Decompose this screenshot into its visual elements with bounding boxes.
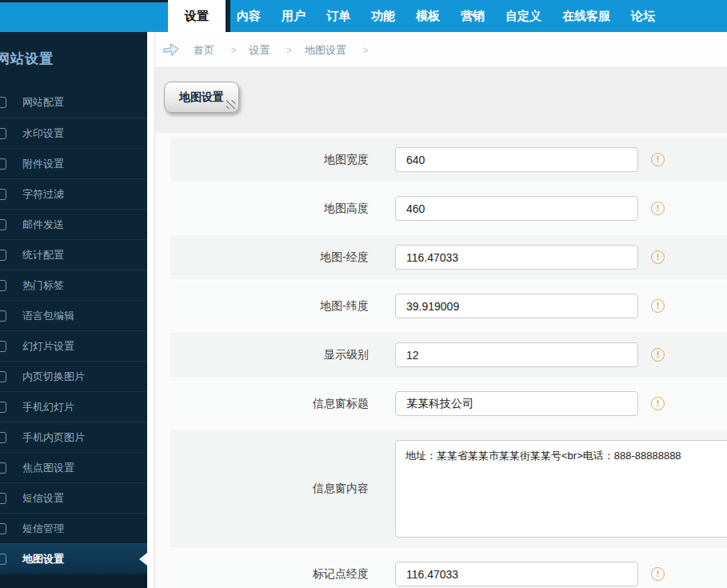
sidebar-item[interactable]: 焦点图设置	[0, 452, 147, 482]
warning-icon	[651, 153, 665, 166]
app-window: 设置 内容用户订单功能模板营销自定义在线客服论坛 网站设置 网站配置 水印设置 …	[0, 0, 727, 588]
nav-tab[interactable]: 功能	[371, 9, 395, 24]
field-input[interactable]	[395, 342, 638, 367]
warning-icon	[651, 250, 665, 264]
map-settings-tab-button[interactable]: 地图设置	[164, 82, 239, 113]
content-gutter	[147, 32, 155, 588]
field-input[interactable]	[395, 562, 638, 586]
sidebar-item-label: 字符过滤	[22, 188, 64, 200]
sidebar-item[interactable]: 手机幻灯片	[0, 391, 147, 422]
sidebar-item[interactable]: 网站配置	[0, 87, 147, 118]
sidebar-item-label: 网站配置	[22, 96, 64, 108]
breadcrumb-separator: >	[230, 45, 236, 56]
menu-icon	[0, 371, 6, 382]
sidebar-item[interactable]: 幻灯片设置	[0, 330, 147, 361]
nav-tab[interactable]: 内容	[237, 9, 261, 24]
menu-icon	[0, 554, 6, 565]
form-row: 信息窗内容	[170, 430, 727, 547]
sidebar-item-label: 手机幻灯片	[22, 401, 74, 413]
breadcrumb-link[interactable]: 地图设置	[305, 44, 346, 56]
breadcrumb-links: 首页 > 设置 > 地图设置 >	[194, 42, 381, 58]
nav-tabs: 内容用户订单功能模板营销自定义在线客服论坛	[237, 0, 655, 32]
settings-form: 地图宽度 地图高度 地图-经度 地图-纬度 显示级别 信息窗标题 信息窗内容 标…	[170, 138, 727, 588]
field-input[interactable]	[395, 294, 638, 318]
sidebar-item[interactable]: 短信管理	[0, 513, 147, 543]
nav-tab[interactable]: 用户	[282, 9, 306, 24]
breadcrumb-arrow-icon	[162, 41, 181, 58]
sidebar-item[interactable]: 统计配置	[0, 239, 147, 270]
form-row: 地图-纬度	[170, 284, 727, 328]
menu-icon	[0, 462, 6, 474]
sidebar-item-label: 内页切换图片	[22, 370, 85, 382]
nav-tab[interactable]: 订单	[326, 9, 350, 24]
sidebar-item[interactable]: 短信设置	[0, 482, 147, 513]
nav-tab[interactable]: 模板	[416, 9, 440, 24]
sidebar-item[interactable]: 内页切换图片	[0, 361, 147, 391]
sidebar-item[interactable]: 语言包编辑	[0, 300, 147, 330]
menu-icon	[0, 432, 6, 443]
warning-icon	[651, 202, 665, 215]
sidebar-item[interactable]: 手机内页图片	[0, 422, 147, 452]
sidebar-item[interactable]: 水印设置	[0, 118, 147, 148]
field-label: 地图-经度	[170, 235, 369, 279]
resize-grip-icon	[226, 100, 235, 109]
breadcrumb-separator: >	[362, 45, 368, 56]
sidebar-item[interactable]: 附件设置	[0, 148, 147, 178]
field-label: 信息窗标题	[170, 382, 369, 426]
field-input[interactable]	[395, 196, 638, 221]
form-row: 显示级别	[170, 333, 727, 377]
field-label: 地图宽度	[170, 138, 369, 182]
nav-tab[interactable]: 论坛	[631, 9, 655, 24]
sidebar-item-label: 手机内页图片	[22, 431, 85, 443]
tab-button-label: 地图设置	[179, 90, 224, 105]
warning-icon	[651, 397, 665, 410]
field-input[interactable]	[395, 147, 638, 172]
sidebar-item-label: 短信管理	[22, 522, 64, 534]
sidebar-item-label: 地图设置	[22, 553, 64, 565]
warning-icon	[651, 348, 665, 362]
sidebar-item-label: 热门标签	[22, 279, 64, 291]
sidebar-item-label: 语言包编辑	[22, 310, 74, 322]
menu-icon	[0, 158, 6, 170]
field-input[interactable]	[395, 245, 638, 270]
breadcrumb-link[interactable]: 设置	[249, 44, 270, 56]
menu-icon	[0, 493, 6, 504]
breadcrumb-link[interactable]: 首页	[194, 44, 214, 56]
breadcrumb-separator: >	[286, 45, 292, 56]
menu-icon	[0, 341, 6, 352]
form-row: 地图高度	[170, 186, 727, 230]
menu-icon	[0, 280, 6, 291]
menu-icon	[0, 310, 6, 322]
sidebar: 网站设置 网站配置 水印设置 附件设置 字符过滤 邮件发送 统计配置 热门标签 …	[0, 32, 147, 588]
nav-divider	[226, 0, 230, 32]
sidebar-item[interactable]: 字符过滤	[0, 178, 147, 209]
sidebar-item[interactable]: 热门标签	[0, 270, 147, 300]
nav-tab[interactable]: 在线客服	[562, 9, 610, 24]
content-top-band	[155, 68, 727, 133]
form-row: 地图宽度	[170, 138, 727, 182]
sidebar-item-label: 统计配置	[22, 249, 64, 261]
field-label: 地图-纬度	[170, 284, 369, 328]
sidebar-item-label: 水印设置	[22, 127, 64, 139]
field-label: 显示级别	[170, 333, 369, 377]
sidebar-title: 网站设置	[0, 50, 147, 68]
active-arrow-icon	[139, 553, 147, 566]
top-left-strip	[0, 0, 168, 2]
nav-tab[interactable]: 营销	[461, 9, 485, 24]
sidebar-item[interactable]: 地图设置	[0, 543, 147, 574]
field-textarea[interactable]	[395, 440, 727, 538]
field-label: 地图高度	[170, 186, 369, 230]
sidebar-item-label: 幻灯片设置	[22, 340, 74, 352]
menu-icon	[0, 523, 6, 534]
sidebar-item-label: 附件设置	[22, 158, 64, 170]
warning-icon	[651, 567, 665, 581]
menu-icon	[0, 97, 6, 108]
field-label: 信息窗内容	[170, 430, 369, 547]
sidebar-item[interactable]: 邮件发送	[0, 209, 147, 239]
sidebar-footer	[0, 575, 147, 588]
sidebar-item-label: 焦点图设置	[22, 462, 74, 474]
field-input[interactable]	[395, 391, 638, 416]
sidebar-menu: 网站配置 水印设置 附件设置 字符过滤 邮件发送 统计配置 热门标签 语言包编辑…	[0, 87, 147, 574]
nav-tab[interactable]: 自定义	[505, 9, 541, 24]
nav-tab-settings-active[interactable]: 设置	[168, 0, 226, 32]
